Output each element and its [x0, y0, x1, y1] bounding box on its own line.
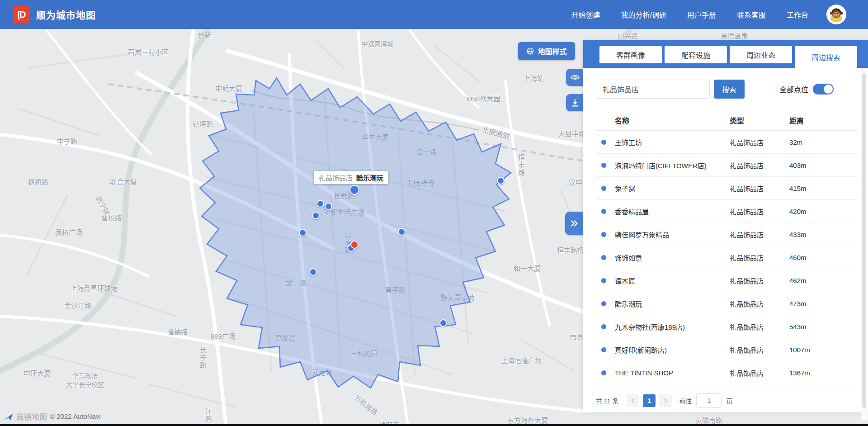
cell-name: 谭木匠: [615, 276, 730, 285]
blue-dot-icon: [601, 324, 606, 329]
toggle-knob: [824, 85, 833, 94]
poi-tooltip-category: 礼品饰品店: [319, 173, 353, 182]
tab-facilities[interactable]: 配套设施: [665, 46, 727, 63]
cell-type: 礼品饰品店: [730, 299, 789, 308]
table-row[interactable]: THE TINTIN SHOP礼品饰品店1367m: [596, 361, 857, 384]
search-input[interactable]: [596, 80, 710, 99]
poi-marker[interactable]: [349, 185, 359, 195]
table-row[interactable]: 兔子窝礼品饰品店415m: [596, 177, 857, 200]
tab-customer-profile[interactable]: 客群画像: [599, 46, 662, 63]
cell-distance: 1007m: [789, 346, 857, 354]
poi-marker[interactable]: [325, 203, 332, 210]
blue-dot-icon: [601, 301, 606, 306]
panel-scrollbar[interactable]: [861, 69, 868, 421]
collapse-panel-button[interactable]: [565, 212, 583, 235]
row-dot-cell: [596, 209, 615, 214]
page-1-button[interactable]: 1: [643, 394, 656, 407]
download-button[interactable]: [566, 94, 584, 111]
table-row[interactable]: 泡泡玛特门店(CIFI TOWER店)礼品饰品店403m: [596, 154, 857, 177]
tab-nearby-business[interactable]: 周边业态: [730, 46, 792, 63]
header-distance: 距离: [789, 115, 857, 126]
eye-icon: [570, 72, 580, 82]
goto-prefix: 前往: [679, 396, 692, 405]
map-style-label: 地图样式: [538, 46, 566, 57]
row-dot-cell: [596, 324, 615, 329]
prev-page-button[interactable]: [627, 394, 639, 407]
row-dot-cell: [596, 301, 615, 306]
poi-marker[interactable]: [299, 229, 307, 237]
poi-marker[interactable]: [316, 200, 324, 208]
app-logo: [D: [13, 6, 30, 23]
cell-type: 礼品饰品店: [730, 230, 789, 239]
nav-item-create[interactable]: 开始创建: [571, 9, 600, 20]
row-dot-cell: [596, 278, 615, 283]
table-row[interactable]: 九木杂物社(西康189店)礼品饰品店543m: [596, 315, 857, 338]
row-dot-cell: [596, 255, 615, 260]
cell-distance: 473m: [789, 300, 857, 308]
autonavi-logo-icon: [4, 412, 14, 421]
search-button[interactable]: 搜索: [714, 80, 745, 99]
cell-distance: 543m: [789, 323, 857, 331]
cell-name: THE TINTIN SHOP: [615, 369, 730, 377]
table-row[interactable]: 骋佳网罗万象精品礼品饰品店433m: [596, 223, 857, 246]
results-table: 名称 类型 距离 王饰工坊礼品饰品店32m泡泡玛特门店(CIFI TOWER店)…: [596, 110, 857, 384]
app-root: 光新石岚三村小区中远两湾城上海站M50创意园中期大厦镇坪路中宁路枫桥路联合大厦武…: [0, 0, 868, 426]
cell-name: 真好印(新闸路店): [615, 345, 730, 355]
amap-logo-text: 高德地图: [16, 411, 47, 422]
row-dot-cell: [596, 232, 615, 237]
search-row: 搜索 全部点位: [596, 80, 857, 99]
goto-suffix: 页: [726, 396, 732, 405]
table-row[interactable]: 王饰工坊礼品饰品店32m: [596, 131, 857, 154]
table-row[interactable]: 真好印(新闸路店)礼品饰品店1007m: [596, 338, 857, 361]
cell-distance: 403m: [789, 161, 857, 169]
row-dot-cell: [596, 163, 615, 168]
blue-dot-icon: [601, 140, 606, 145]
poi-marker[interactable]: [312, 212, 320, 219]
row-dot-cell: [596, 186, 615, 191]
tab-nearby-search[interactable]: 周边搜索: [795, 46, 857, 68]
cell-distance: 460m: [789, 254, 857, 261]
download-icon: [571, 98, 580, 107]
table-row[interactable]: 饰饰如意礼品饰品店460m: [596, 246, 857, 269]
cell-type: 礼品饰品店: [730, 161, 789, 170]
globe-icon: [526, 47, 534, 55]
blue-dot-icon: [601, 347, 606, 352]
cell-name: 泡泡玛特门店(CIFI TOWER店): [615, 161, 730, 170]
cell-distance: 1367m: [789, 369, 857, 377]
cell-name: 王饰工坊: [615, 137, 730, 147]
nav-item-manual[interactable]: 用户手册: [687, 9, 716, 20]
cell-distance: 420m: [789, 208, 857, 215]
scrollbar-thumb[interactable]: [862, 73, 866, 408]
toggle-visibility-button[interactable]: [566, 69, 584, 86]
top-nav: [D 顺为城市地图 开始创建我的分析/调研用户手册联系客服工作台: [0, 0, 868, 29]
all-points-toggle[interactable]: [813, 84, 834, 95]
table-row[interactable]: 酷乐潮玩礼品饰品店473m: [596, 292, 857, 315]
table-body: 王饰工坊礼品饰品店32m泡泡玛特门店(CIFI TOWER店)礼品饰品店403m…: [596, 131, 857, 384]
user-avatar[interactable]: [826, 5, 846, 24]
next-page-button[interactable]: [659, 394, 672, 407]
bottom-edge-bar: [0, 424, 868, 426]
nav-item-workspace[interactable]: 工作台: [787, 9, 808, 20]
table-header-row: 名称 类型 距离: [596, 110, 857, 131]
poi-marker[interactable]: [497, 177, 505, 185]
panel-content: 搜索 全部点位 名称 类型 距离 王饰工坊礼品饰品店32m泡泡玛特门店(CIFI…: [583, 68, 868, 412]
table-row[interactable]: 香香精品屋礼品饰品店420m: [596, 200, 857, 223]
cell-type: 礼品饰品店: [730, 345, 789, 355]
cell-name: 九木杂物社(西康189店): [615, 322, 730, 331]
goto-page-input[interactable]: [696, 393, 722, 408]
panel-tabs: 客群画像配套设施周边业态周边搜索: [583, 40, 868, 68]
nav-item-my-analysis[interactable]: 我的分析/调研: [621, 9, 666, 20]
cell-type: 礼品饰品店: [730, 184, 789, 193]
poi-marker[interactable]: [398, 228, 406, 236]
map-style-button[interactable]: 地图样式: [518, 42, 575, 60]
nav-item-support[interactable]: 联系客服: [737, 9, 766, 20]
blue-dot-icon: [601, 370, 606, 375]
cell-type: 礼品饰品店: [730, 368, 789, 378]
table-row[interactable]: 谭木匠礼品饰品店462m: [596, 269, 857, 292]
monkey-avatar-icon: [826, 5, 846, 24]
cell-name: 饰饰如意: [615, 253, 730, 262]
poi-marker[interactable]: [309, 268, 317, 276]
cell-distance: 433m: [789, 231, 857, 238]
poi-marker[interactable]: [439, 319, 447, 327]
center-marker[interactable]: [350, 241, 359, 249]
